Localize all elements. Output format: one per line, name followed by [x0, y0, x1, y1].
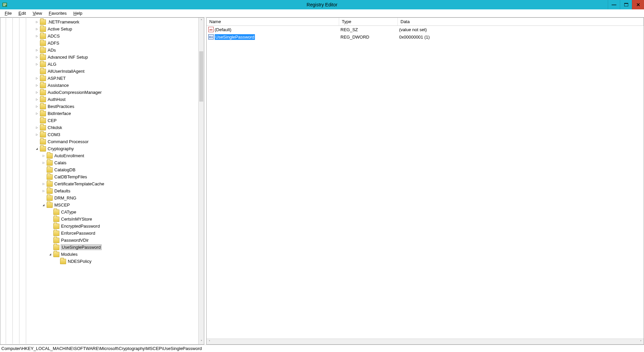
menu-help[interactable]: Help: [70, 10, 86, 16]
tree-item[interactable]: CatDBTempFiles: [1, 173, 198, 180]
tree-item[interactable]: CertificateTemplateCache: [1, 180, 198, 187]
tree-item[interactable]: AutoEnrollment: [1, 152, 198, 159]
tree-item[interactable]: CAType: [1, 209, 198, 216]
tree-item[interactable]: Command Processor: [1, 138, 198, 145]
registry-tree[interactable]: .NETFrameworkActive SetupADCSADFSADsAdva…: [1, 18, 198, 265]
folder-icon: [47, 202, 53, 208]
tree-item[interactable]: NDESPolicy: [1, 258, 198, 265]
tree-item-label: Chkdsk: [47, 125, 62, 130]
expand-icon[interactable]: [35, 98, 39, 101]
list-row[interactable]: ab(Default)REG_SZ(value not set): [207, 26, 644, 33]
tree-item[interactable]: ASP.NET: [1, 75, 198, 82]
tree-item[interactable]: Modules: [1, 251, 198, 258]
collapse-icon[interactable]: [41, 203, 46, 207]
menu-edit[interactable]: Edit: [15, 10, 29, 16]
expand-icon[interactable]: [35, 91, 39, 94]
tree-item[interactable]: MSCEP: [1, 201, 198, 209]
expand-icon[interactable]: [35, 20, 39, 23]
values-list[interactable]: ab(Default)REG_SZ(value not set)011UseSi…: [207, 26, 644, 339]
status-bar: Computer\HKEY_LOCAL_MACHINE\SOFTWARE\Mic…: [0, 345, 644, 352]
expand-icon[interactable]: [35, 133, 39, 136]
tree-pane[interactable]: .NETFrameworkActive SetupADCSADFSADsAdva…: [0, 17, 204, 345]
value-type: REG_DWORD: [339, 35, 398, 40]
tree-item[interactable]: DRM_RNG: [1, 194, 198, 201]
expand-icon[interactable]: [35, 84, 39, 87]
scroll-left-icon[interactable]: ˂: [207, 339, 212, 345]
tree-item[interactable]: AudioCompressionManager: [1, 89, 198, 96]
collapse-icon[interactable]: [35, 147, 39, 150]
scroll-right-icon[interactable]: ˃: [638, 339, 644, 345]
window-title: Registry Editor: [0, 2, 644, 7]
expand-icon[interactable]: [41, 182, 46, 185]
tree-item[interactable]: EncryptedPassword: [1, 223, 198, 230]
tree-item-label: Advanced INF Setup: [47, 55, 88, 60]
menu-favorites[interactable]: Favorites: [45, 10, 70, 16]
tree-item[interactable]: Calais: [1, 159, 198, 166]
expand-icon[interactable]: [35, 56, 39, 59]
menu-bar: File Edit View Favorites Help: [0, 9, 644, 17]
maximize-button[interactable]: [620, 0, 632, 9]
tree-item-label: CatDBTempFiles: [54, 174, 88, 179]
title-bar: Registry Editor — ✕: [0, 0, 644, 9]
tree-item-label: Assistance: [47, 83, 69, 88]
expand-icon[interactable]: [41, 161, 46, 164]
folder-icon: [60, 259, 66, 264]
tree-item[interactable]: CatalogDB: [1, 166, 198, 173]
tree-item[interactable]: COM3: [1, 131, 198, 138]
scroll-up-icon[interactable]: ˄: [199, 18, 204, 23]
expand-icon[interactable]: [35, 63, 39, 66]
column-data[interactable]: Data: [398, 18, 644, 25]
tree-item[interactable]: Advanced INF Setup: [1, 54, 198, 61]
tree-item[interactable]: BidInterface: [1, 110, 198, 117]
tree-item-label: ALG: [47, 62, 57, 67]
tree-item[interactable]: Chkdsk: [1, 124, 198, 131]
expand-icon[interactable]: [41, 189, 46, 192]
values-pane[interactable]: Name Type Data ab(Default)REG_SZ(value n…: [206, 17, 644, 345]
scroll-thumb[interactable]: [199, 51, 203, 102]
expand-icon[interactable]: [35, 112, 39, 115]
tree-item[interactable]: Assistance: [1, 82, 198, 89]
tree-item[interactable]: ALG: [1, 61, 198, 68]
expand-icon[interactable]: [41, 154, 46, 157]
tree-item[interactable]: AllUserInstallAgent: [1, 68, 198, 75]
tree-item[interactable]: PasswordVDir: [1, 237, 198, 244]
values-hscrollbar[interactable]: ˂ ˃: [207, 339, 644, 344]
tree-item[interactable]: ADs: [1, 47, 198, 54]
tree-item-label: BestPractices: [47, 104, 74, 109]
close-button[interactable]: ✕: [632, 0, 644, 9]
collapse-icon[interactable]: [48, 253, 53, 256]
tree-item[interactable]: UseSinglePassword: [1, 244, 198, 251]
tree-item[interactable]: Defaults: [1, 187, 198, 194]
folder-icon: [40, 19, 46, 25]
tree-item-label: AllUserInstallAgent: [47, 69, 85, 74]
column-type[interactable]: Type: [339, 18, 398, 25]
tree-item[interactable]: CertsInMYStore: [1, 216, 198, 223]
expand-icon[interactable]: [35, 27, 39, 31]
tree-item[interactable]: CEP: [1, 117, 198, 124]
expand-icon[interactable]: [35, 105, 39, 108]
menu-file[interactable]: File: [1, 10, 15, 16]
scroll-down-icon[interactable]: ˅: [199, 339, 204, 344]
tree-item[interactable]: BestPractices: [1, 103, 198, 110]
menu-view[interactable]: View: [29, 10, 45, 16]
expand-icon[interactable]: [35, 49, 39, 52]
tree-item[interactable]: Cryptography: [1, 145, 198, 152]
tree-item[interactable]: Active Setup: [1, 25, 198, 33]
folder-icon: [47, 174, 53, 180]
tree-scrollbar[interactable]: ˄ ˅: [198, 18, 204, 344]
list-row[interactable]: 011UseSinglePasswordREG_DWORD0x00000001 …: [207, 33, 644, 41]
tree-item[interactable]: ADFS: [1, 40, 198, 47]
expand-icon[interactable]: [35, 77, 39, 80]
tree-item-label: Defaults: [54, 188, 71, 193]
tree-item[interactable]: ADCS: [1, 33, 198, 40]
tree-item[interactable]: AuthHost: [1, 96, 198, 103]
minimize-button[interactable]: —: [608, 0, 620, 9]
tree-item-label: Cryptography: [47, 146, 74, 151]
expand-icon[interactable]: [35, 126, 39, 129]
expand-icon[interactable]: [35, 35, 39, 38]
tree-item[interactable]: EnforcePassword: [1, 230, 198, 237]
folder-icon: [47, 153, 53, 159]
folder-icon: [53, 224, 59, 229]
tree-item[interactable]: .NETFramework: [1, 18, 198, 25]
column-name[interactable]: Name: [207, 18, 339, 25]
